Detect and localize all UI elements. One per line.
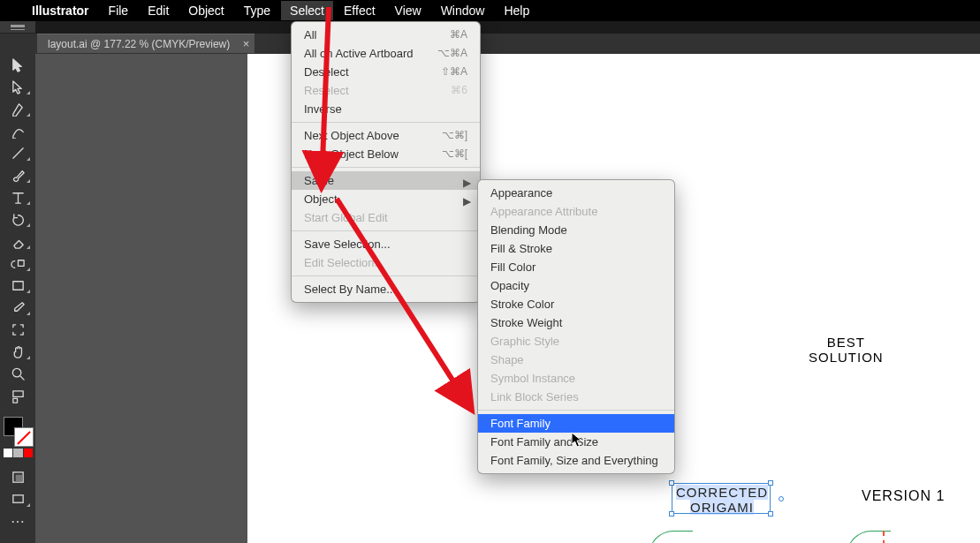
shape-builder-tool[interactable] [3, 253, 33, 274]
menu-item-symbol-instance: Symbol Instance [478, 369, 674, 388]
text-version[interactable]: VERSION 1 [862, 488, 945, 504]
type-tool[interactable] [3, 186, 33, 207]
menu-item-edit-selection-: Edit Selection... [292, 253, 480, 272]
menu-item-object[interactable]: Object▶ [292, 190, 480, 208]
tool-palette-bottom: ⋯ [0, 466, 35, 532]
color-tool[interactable] [3, 385, 33, 406]
color-mode-row[interactable] [4, 449, 34, 461]
resize-handle[interactable] [669, 511, 674, 517]
menu-item-deselect[interactable]: Deselect⇧⌘A [292, 63, 480, 81]
menu-item-start-global-edit: Start Global Edit [292, 208, 480, 227]
menu-type[interactable]: Type [244, 4, 270, 18]
menu-item-save-selection-[interactable]: Save Selection... [292, 235, 480, 253]
close-icon[interactable]: × [243, 37, 250, 50]
resize-handle[interactable] [768, 511, 773, 517]
menu-help[interactable]: Help [504, 4, 529, 18]
eyedropper-tool[interactable] [3, 297, 33, 318]
menu-item-opacity[interactable]: Opacity [478, 276, 674, 295]
menu-view[interactable]: View [395, 4, 422, 18]
drag-handle-icon[interactable] [0, 21, 35, 34]
menu-item-next-object-below[interactable]: Next Object Below⌥⌘[ [292, 145, 480, 163]
artboard-tool[interactable] [3, 319, 33, 340]
app-chrome: layout.ai @ 177.22 % (CMYK/Preview) × [0, 21, 980, 54]
menu-select[interactable]: Select [281, 1, 333, 20]
svg-rect-1 [15, 474, 22, 481]
os-menubar: Illustrator FileEditObjectTypeSelectEffe… [0, 0, 980, 21]
document-tab[interactable]: layout.ai @ 177.22 % (CMYK/Preview) × [37, 34, 254, 53]
menu-item-appearance-attribute: Appearance Attribute [478, 202, 674, 221]
zoom-tool[interactable] [3, 363, 33, 384]
tool-palette [0, 54, 35, 407]
stroke-color-swatch[interactable] [14, 427, 34, 447]
mouse-cursor-icon [571, 432, 583, 450]
menu-item-reselect: Reselect⌘6 [292, 81, 480, 100]
guide-line[interactable] [883, 531, 885, 543]
select-menu: All⌘AAll on Active Artboard⌥⌘ADeselect⇧⌘… [291, 21, 481, 303]
line-tool[interactable] [3, 142, 33, 163]
document-tab-label: layout.ai @ 177.22 % (CMYK/Preview) [48, 38, 230, 50]
menu-item-all[interactable]: All⌘A [292, 26, 480, 44]
rectangle-tool[interactable] [3, 275, 33, 296]
menu-item-fill-stroke[interactable]: Fill & Stroke [478, 239, 674, 258]
menu-effect[interactable]: Effect [344, 4, 376, 18]
app-name[interactable]: Illustrator [32, 4, 89, 18]
menu-item-link-block-series: Link Block Series [478, 388, 674, 406]
menu-item-same[interactable]: Same▶ [292, 171, 480, 190]
menu-item-font-family-size-and-everything[interactable]: Font Family, Size and Everything [478, 451, 674, 470]
menu-item-appearance[interactable]: Appearance [478, 184, 674, 202]
screen-mode-tool[interactable] [3, 488, 33, 509]
menu-item-fill-color[interactable]: Fill Color [478, 258, 674, 276]
draw-mode-tool[interactable] [3, 466, 33, 487]
out-port-handle[interactable] [779, 496, 784, 502]
tab-well [35, 21, 980, 34]
eraser-tool[interactable] [3, 230, 33, 252]
same-submenu: AppearanceAppearance AttributeBlending M… [477, 179, 675, 474]
menu-window[interactable]: Window [441, 4, 485, 18]
edit-toolbar-button[interactable]: ⋯ [3, 510, 33, 532]
resize-handle[interactable] [768, 480, 773, 486]
menu-item-graphic-style: Graphic Style [478, 332, 674, 351]
text-best-solution[interactable]: BEST SOLUTION [809, 335, 884, 365]
menu-edit[interactable]: Edit [148, 4, 169, 18]
brush-tool[interactable] [3, 164, 33, 185]
selection-tool[interactable] [3, 54, 33, 75]
svg-rect-2 [12, 494, 22, 502]
menu-item-blending-mode[interactable]: Blending Mode [478, 221, 674, 239]
menu-item-font-family[interactable]: Font Family [478, 414, 674, 433]
direct-selection-tool[interactable] [3, 76, 33, 97]
curvature-tool[interactable] [3, 120, 33, 141]
menu-item-stroke-weight[interactable]: Stroke Weight [478, 313, 674, 332]
resize-handle[interactable] [669, 480, 674, 486]
pen-tool[interactable] [3, 98, 33, 119]
chevron-right-icon: ▶ [463, 177, 471, 189]
menu-item-next-object-above[interactable]: Next Object Above⌥⌘] [292, 126, 480, 145]
menu-item-stroke-color[interactable]: Stroke Color [478, 295, 674, 313]
menu-item-select-by-name-[interactable]: Select By Name... [292, 280, 480, 298]
menu-object[interactable]: Object [188, 4, 224, 18]
menu-item-inverse[interactable]: Inverse [292, 100, 480, 118]
hand-tool[interactable] [3, 341, 33, 362]
chevron-right-icon: ▶ [463, 195, 471, 207]
rotate-tool[interactable] [3, 208, 33, 230]
menu-item-all-on-active-artboard[interactable]: All on Active Artboard⌥⌘A [292, 44, 480, 63]
text-corrected-origami[interactable]: CORRECTEDORIGAMI [676, 485, 768, 515]
menu-item-shape: Shape [478, 351, 674, 369]
menu-file[interactable]: File [109, 4, 129, 18]
